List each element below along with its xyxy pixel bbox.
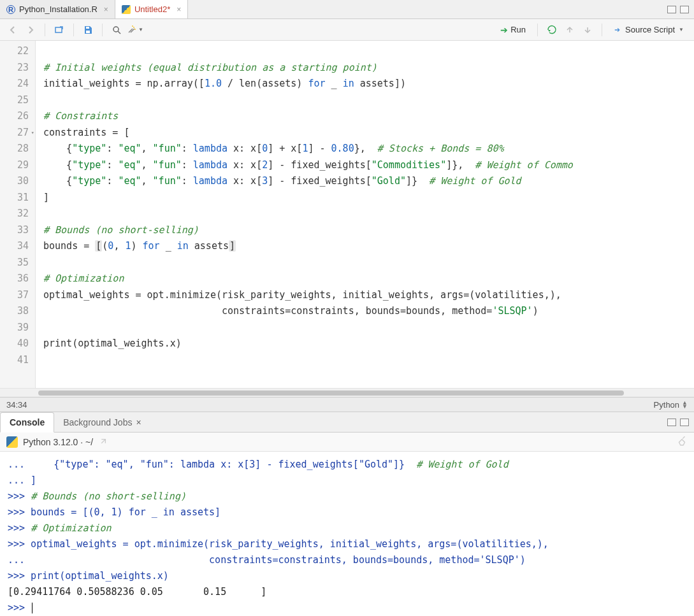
code-line: # Optimization <box>43 271 694 287</box>
source-script-button[interactable]: Source Script ▼ <box>609 24 689 36</box>
console-line: >>> print(optimal_weights.x) <box>8 568 686 584</box>
line-number: 26 <box>3 108 29 125</box>
tab-console[interactable]: Console <box>0 412 54 433</box>
tab-label: Untitled2* <box>134 4 170 14</box>
run-arrow-icon: ➔ <box>500 25 508 35</box>
line-number: 23 <box>3 60 29 76</box>
code-line: # Constraints <box>43 108 694 125</box>
source-label: Source Script <box>625 25 675 34</box>
close-icon[interactable]: × <box>104 5 108 14</box>
language-selector[interactable]: Python ▲▼ <box>654 400 688 410</box>
console-info: Python 3.12.0 · ~/ <box>23 437 93 447</box>
tab-untitled2[interactable]: Untitled2* × <box>115 0 188 18</box>
editor-statusbar: 34:34 Python ▲▼ <box>0 397 694 412</box>
code-editor[interactable]: 22 23 24 25 26 27 28 29 30 31 32 33 34 3… <box>0 41 694 388</box>
toolbar-separator <box>45 24 45 36</box>
r-file-icon: R <box>6 5 15 14</box>
tab-background-jobs[interactable]: Background Jobs × <box>54 412 150 432</box>
minimize-pane-icon[interactable] <box>667 6 676 13</box>
line-number: 37 <box>3 287 29 304</box>
line-number: 36 <box>3 271 29 287</box>
code-tools-button[interactable]: ▼ <box>127 22 143 38</box>
console-line: ... ] <box>8 473 686 489</box>
console-line: >>> <box>8 600 686 616</box>
code-line: # Initial weights (equal distribution as… <box>43 60 694 76</box>
editor-toolbar: ▼ ➔ Run Source Script ▼ <box>0 19 694 41</box>
svg-point-3 <box>113 27 119 32</box>
close-icon[interactable]: × <box>177 5 181 14</box>
save-button[interactable] <box>80 22 96 38</box>
nav-back-button[interactable] <box>5 22 20 38</box>
code-content[interactable]: # Initial weights (equal distribution as… <box>36 41 694 388</box>
section-down-button[interactable] <box>580 22 595 38</box>
line-number: 39 <box>3 320 29 336</box>
code-line <box>43 43 694 60</box>
line-number: 32 <box>3 206 29 222</box>
console-line: >>> optimal_weights = opt.minimize(risk_… <box>8 536 686 552</box>
svg-point-6 <box>134 29 136 30</box>
line-number: 35 <box>3 255 29 271</box>
toolbar-separator <box>102 24 103 36</box>
svg-rect-1 <box>86 27 89 29</box>
show-in-new-window-button[interactable] <box>52 22 67 38</box>
run-button[interactable]: ➔ Run <box>495 24 531 36</box>
find-replace-button[interactable] <box>109 22 124 38</box>
svg-rect-0 <box>55 27 62 32</box>
line-number: 28 <box>3 141 29 157</box>
code-line: initial_weights = np.array([1.0 / len(as… <box>43 76 694 92</box>
code-line <box>43 352 694 369</box>
code-line: print(optimal_weights.x) <box>43 336 694 352</box>
code-line <box>43 255 694 271</box>
line-number: 22 <box>3 43 29 60</box>
console-line: ... constraints=constraints, bounds=boun… <box>8 552 686 568</box>
maximize-pane-icon[interactable] <box>680 6 689 13</box>
jobs-tab-label: Background Jobs <box>63 417 132 427</box>
code-line <box>43 206 694 222</box>
line-gutter: 22 23 24 25 26 27 28 29 30 31 32 33 34 3… <box>0 41 36 388</box>
popout-icon[interactable] <box>98 438 107 447</box>
line-number: 24 <box>3 76 29 92</box>
console-line: [0.29411764 0.50588236 0.05 0.15 ] <box>8 584 686 600</box>
editor-tabs: R Python_Installation.R × Untitled2* × <box>0 0 694 19</box>
panel-tabs: Console Background Jobs × <box>0 412 694 433</box>
tab-python-installation[interactable]: R Python_Installation.R × <box>0 0 115 18</box>
clear-console-icon[interactable] <box>676 435 688 449</box>
run-label: Run <box>510 25 526 34</box>
minimize-pane-icon[interactable] <box>667 419 676 426</box>
chevron-down-icon: ▼ <box>138 27 143 32</box>
line-number: 29 <box>3 157 29 174</box>
line-number: 30 <box>3 173 29 190</box>
console-toolbar: Python 3.12.0 · ~/ <box>0 433 694 452</box>
line-number: 25 <box>3 92 29 109</box>
code-line: constraints=constraints, bounds=bounds, … <box>43 303 694 320</box>
line-number: 40 <box>3 336 29 352</box>
section-up-button[interactable] <box>562 22 577 38</box>
horizontal-scrollbar[interactable] <box>0 388 694 397</box>
python-icon <box>6 436 18 448</box>
cursor-icon <box>32 603 33 613</box>
nav-forward-button[interactable] <box>23 22 38 38</box>
code-line: {"type": "eq", "fun": lambda x: x[0] + x… <box>43 141 694 157</box>
console-line: >>> # Bounds (no short-selling) <box>8 489 686 505</box>
language-label: Python <box>654 400 679 410</box>
console-output[interactable]: ... {"type": "eq", "fun": lambda x: x[3]… <box>0 452 694 616</box>
code-line: bounds = [(0, 1) for _ in assets] <box>43 238 694 255</box>
rerun-button[interactable] <box>544 22 560 38</box>
line-number: 27 <box>3 125 29 141</box>
updown-icon: ▲▼ <box>682 401 688 408</box>
line-number: 41 <box>3 352 29 369</box>
chevron-down-icon: ▼ <box>679 27 684 32</box>
svg-line-4 <box>118 31 120 34</box>
code-line: ] <box>43 190 694 206</box>
code-line: optimal_weights = opt.minimize(risk_pari… <box>43 287 694 304</box>
console-line: ... {"type": "eq", "fun": lambda x: x[3]… <box>8 457 686 473</box>
console-tab-label: Console <box>10 417 45 427</box>
console-line: >>> # Optimization <box>8 520 686 536</box>
svg-point-5 <box>133 27 134 28</box>
pane-window-controls <box>667 412 694 432</box>
code-line: constraints = [ <box>43 125 694 141</box>
close-icon[interactable]: × <box>136 417 141 427</box>
maximize-pane-icon[interactable] <box>680 419 689 426</box>
code-line: {"type": "eq", "fun": lambda x: x[3] - f… <box>43 173 694 190</box>
scrollbar-thumb[interactable] <box>38 390 624 396</box>
